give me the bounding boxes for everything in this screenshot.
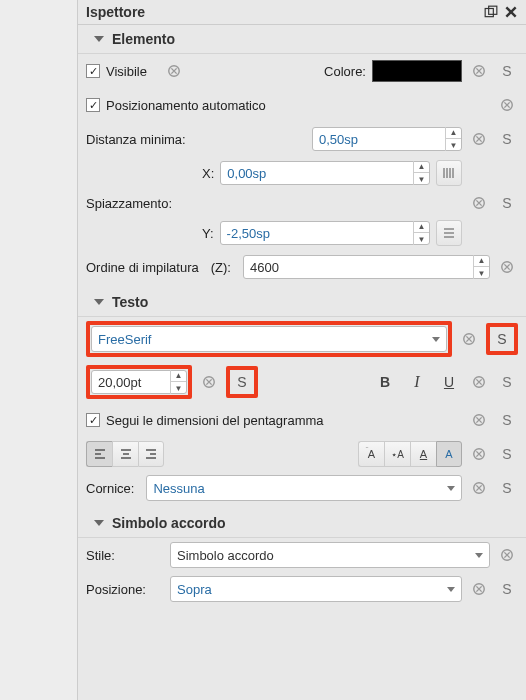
colore-label: Colore: bbox=[324, 64, 366, 79]
textstyle-reset-button[interactable] bbox=[468, 371, 490, 393]
visible-label: Visibile bbox=[106, 64, 147, 79]
distmin-reset-button[interactable] bbox=[468, 128, 490, 150]
textfx-3-button[interactable]: A bbox=[410, 441, 436, 467]
inspector-title: Ispettore bbox=[86, 4, 145, 20]
posizione-label: Posizione: bbox=[86, 582, 164, 597]
chevron-down-icon bbox=[447, 587, 455, 592]
seguidim-label: Segui le dimensioni del pentagramma bbox=[106, 413, 324, 428]
align-style-button[interactable]: S bbox=[496, 443, 518, 465]
chevron-down-icon bbox=[475, 553, 483, 558]
offset-x-down[interactable]: ▼ bbox=[414, 173, 429, 185]
snap-lines-button[interactable] bbox=[436, 220, 462, 246]
z-reset-button[interactable] bbox=[496, 256, 518, 278]
section-simbolo-title: Simbolo accordo bbox=[112, 515, 226, 531]
posizione-value: Sopra bbox=[177, 582, 441, 597]
align-reset-button[interactable] bbox=[468, 443, 490, 465]
section-elemento-title: Elemento bbox=[112, 31, 175, 47]
fontsize-reset-button[interactable] bbox=[198, 371, 220, 393]
stile-reset-button[interactable] bbox=[496, 544, 518, 566]
offset-y-spinbox[interactable]: -2,50sp ▲▼ bbox=[220, 221, 430, 245]
z-down[interactable]: ▼ bbox=[474, 267, 489, 279]
chevron-down-icon bbox=[94, 520, 104, 526]
spiazzamento-style-button[interactable]: S bbox=[496, 192, 518, 214]
spiazzamento-label: Spiazzamento: bbox=[86, 196, 196, 211]
offset-x-spinbox[interactable]: 0,00sp ▲▼ bbox=[220, 161, 430, 185]
posizione-dropdown[interactable]: Sopra bbox=[170, 576, 462, 602]
distmin-label: Distanza minima: bbox=[86, 132, 186, 147]
offset-y-down[interactable]: ▼ bbox=[414, 233, 429, 245]
textfx-4-button[interactable]: A bbox=[436, 441, 462, 467]
distmin-up[interactable]: ▲ bbox=[446, 127, 461, 139]
font-value: FreeSerif bbox=[98, 332, 426, 347]
chevron-down-icon bbox=[94, 299, 104, 305]
stile-value: Simbolo accordo bbox=[177, 548, 469, 563]
section-elemento-header[interactable]: Elemento bbox=[78, 25, 526, 54]
distmin-down[interactable]: ▼ bbox=[446, 139, 461, 151]
font-reset-button[interactable] bbox=[458, 328, 480, 350]
seguidim-style-button[interactable]: S bbox=[496, 409, 518, 431]
z-up[interactable]: ▲ bbox=[474, 255, 489, 267]
y-label: Y: bbox=[202, 226, 214, 241]
posizione-style-button[interactable]: S bbox=[496, 578, 518, 600]
distmin-value: 0,50sp bbox=[313, 132, 375, 147]
posauto-checkbox[interactable]: ✓ bbox=[86, 98, 100, 112]
chevron-down-icon bbox=[94, 36, 104, 42]
align-center-button[interactable] bbox=[112, 441, 138, 467]
stack-label: Ordine di impilatura bbox=[86, 260, 199, 275]
detach-icon[interactable] bbox=[484, 5, 498, 19]
underline-button[interactable]: U bbox=[436, 369, 462, 395]
offset-x-up[interactable]: ▲ bbox=[414, 161, 429, 173]
posauto-reset-button[interactable] bbox=[496, 94, 518, 116]
cornice-label: Cornice: bbox=[86, 481, 134, 496]
fontsize-spinbox[interactable]: 20,00pt ▲▼ bbox=[91, 370, 187, 394]
chevron-down-icon bbox=[447, 486, 455, 491]
seguidim-checkbox[interactable]: ✓ bbox=[86, 413, 100, 427]
z-value: 4600 bbox=[244, 260, 306, 275]
stile-label: Stile: bbox=[86, 548, 164, 563]
offset-x-value: 0,00sp bbox=[221, 166, 283, 181]
close-icon[interactable] bbox=[504, 5, 518, 19]
fontsize-style-button[interactable]: S bbox=[231, 371, 253, 393]
fontsize-value: 20,00pt bbox=[92, 375, 154, 390]
visible-checkbox[interactable]: ✓ bbox=[86, 64, 100, 78]
distmin-style-button[interactable]: S bbox=[496, 128, 518, 150]
colore-style-button[interactable]: S bbox=[496, 60, 518, 82]
offset-y-up[interactable]: ▲ bbox=[414, 221, 429, 233]
font-style-button[interactable]: S bbox=[491, 328, 513, 350]
cornice-value: Nessuna bbox=[153, 481, 441, 496]
x-label: X: bbox=[202, 166, 214, 181]
bold-button[interactable]: B bbox=[372, 369, 398, 395]
cornice-style-button[interactable]: S bbox=[496, 477, 518, 499]
cornice-reset-button[interactable] bbox=[468, 477, 490, 499]
inspector-header: Ispettore bbox=[78, 0, 526, 25]
seguidim-reset-button[interactable] bbox=[468, 409, 490, 431]
align-left-button[interactable] bbox=[86, 441, 112, 467]
snap-grid-button[interactable] bbox=[436, 160, 462, 186]
chevron-down-icon bbox=[432, 337, 440, 342]
align-right-button[interactable] bbox=[138, 441, 164, 467]
posizione-reset-button[interactable] bbox=[468, 578, 490, 600]
stile-dropdown[interactable]: Simbolo accordo bbox=[170, 542, 490, 568]
spiazzamento-reset-button[interactable] bbox=[468, 192, 490, 214]
section-testo-title: Testo bbox=[112, 294, 148, 310]
posauto-label: Posizionamento automatico bbox=[106, 98, 266, 113]
z-label: (Z): bbox=[211, 260, 231, 275]
offset-y-value: -2,50sp bbox=[221, 226, 283, 241]
inspector-panel: Ispettore Elemento ✓ Visibile bbox=[78, 0, 526, 700]
fontsize-down[interactable]: ▼ bbox=[171, 382, 186, 394]
colore-reset-button[interactable] bbox=[468, 60, 490, 82]
section-simbolo-header[interactable]: Simbolo accordo bbox=[78, 509, 526, 538]
z-spinbox[interactable]: 4600 ▲▼ bbox=[243, 255, 490, 279]
textfx-2-button[interactable]: ⋆A bbox=[384, 441, 410, 467]
textfx-1-button[interactable]: A¨ bbox=[358, 441, 384, 467]
section-testo-header[interactable]: Testo bbox=[78, 288, 526, 317]
cornice-dropdown[interactable]: Nessuna bbox=[146, 475, 462, 501]
font-dropdown[interactable]: FreeSerif bbox=[91, 326, 447, 352]
distmin-spinbox[interactable]: 0,50sp ▲▼ bbox=[312, 127, 462, 151]
visible-reset-button[interactable] bbox=[163, 60, 185, 82]
italic-button[interactable]: I bbox=[404, 369, 430, 395]
textstyle-style-button[interactable]: S bbox=[496, 371, 518, 393]
left-gutter bbox=[0, 0, 78, 700]
colore-swatch[interactable] bbox=[372, 60, 462, 82]
fontsize-up[interactable]: ▲ bbox=[171, 370, 186, 382]
